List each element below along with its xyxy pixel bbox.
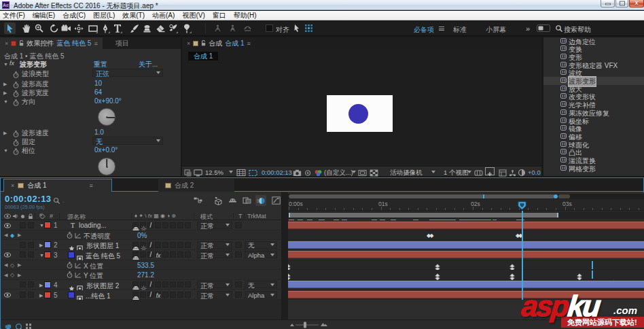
search-help-icon[interactable]: [553, 22, 565, 34]
solo-switch[interactable]: [20, 281, 26, 288]
camera-tool-icon[interactable]: [60, 22, 72, 34]
solid-color-swatch[interactable]: [68, 292, 75, 298]
workspace-1[interactable]: 必备项: [414, 25, 434, 35]
quality-switch-icon[interactable]: /: [147, 242, 154, 249]
reset-link[interactable]: 重置: [94, 60, 107, 69]
clone-stamp-tool-icon[interactable]: [141, 22, 153, 34]
switch-cell[interactable]: [140, 252, 146, 258]
menu-item-5[interactable]: 动画(A): [149, 11, 177, 20]
effect-item[interactable]: 变换: [543, 45, 644, 53]
switch-cell[interactable]: [177, 222, 183, 228]
switch-cell[interactable]: [177, 252, 183, 258]
effect-item[interactable]: 放大: [543, 84, 644, 92]
property-value[interactable]: 0x+90.0°: [94, 97, 122, 105]
close-icon[interactable]: ×: [187, 40, 190, 47]
rotate-tool-icon[interactable]: [48, 22, 60, 34]
track-layer-row[interactable]: [288, 250, 644, 260]
property-value[interactable]: 1.0: [94, 128, 104, 136]
effect-item[interactable]: 改变形状: [543, 92, 644, 101]
selection-tool-icon[interactable]: [4, 22, 16, 34]
next-keyframe-icon[interactable]: ▶: [18, 273, 21, 278]
switch-cell[interactable]: [185, 252, 191, 258]
workspace-3[interactable]: 小屏幕: [486, 25, 506, 35]
track-property-row[interactable]: ◆◆◆◆: [288, 230, 644, 241]
motion-blur-icon[interactable]: [255, 195, 266, 206]
tab-composition[interactable]: × 合成 合成 1 ≡: [182, 37, 255, 49]
preserve-transparency-switch[interactable]: [235, 292, 242, 298]
composition-view-tab[interactable]: 合成 1: [188, 52, 218, 60]
tab-effect-controls[interactable]: × 效果控件 蓝色 纯色 5 ≡: [0, 37, 103, 49]
snap-grid-icon[interactable]: [303, 22, 315, 34]
property-row[interactable]: ◀◇▶X 位置533.5: [1, 260, 281, 271]
puppet-starch-tool-icon[interactable]: [227, 22, 238, 34]
label-color-swatch[interactable]: [44, 292, 51, 298]
switch-cell[interactable]: [170, 292, 176, 298]
view-camera-value[interactable]: 活动摄像机: [390, 169, 423, 177]
expander-icon[interactable]: ▶: [39, 293, 43, 298]
next-keyframe-icon[interactable]: ▶: [18, 232, 21, 238]
maximize-button[interactable]: [615, 0, 628, 7]
prev-keyframe-icon[interactable]: ◀: [4, 262, 7, 268]
chevron-down-icon[interactable]: [229, 171, 233, 175]
puppet-pin-tool-icon[interactable]: [181, 22, 192, 34]
expander-icon[interactable]: ▼: [3, 62, 8, 67]
effect-item[interactable]: 变形: [543, 52, 644, 60]
layer-duration-bar[interactable]: [288, 241, 644, 249]
switch-cell[interactable]: [177, 281, 183, 288]
menu-item-3[interactable]: 图层(L): [90, 11, 118, 20]
property-row[interactable]: ◀◆▶不透明度0%: [1, 230, 281, 241]
composition-stage[interactable]: [327, 95, 393, 132]
preserve-transparency-switch[interactable]: [235, 242, 242, 248]
time-navigator[interactable]: [288, 194, 644, 199]
time-ruler[interactable]: 0:00s01s02s03s: [288, 199, 644, 211]
minimize-button[interactable]: [601, 0, 615, 7]
property-value[interactable]: 64: [94, 88, 102, 96]
comp-mini-flowchart-icon[interactable]: [192, 195, 203, 206]
label-color-swatch[interactable]: [44, 252, 51, 258]
effect-item[interactable]: 果冻效应修复: [543, 108, 644, 116]
property-value[interactable]: 10: [94, 80, 102, 87]
solid-color-swatch[interactable]: [68, 252, 75, 258]
tab-project[interactable]: 项目: [111, 37, 134, 49]
menu-item-1[interactable]: 编辑(E): [30, 11, 58, 20]
stopwatch-icon[interactable]: [67, 232, 73, 239]
angle-dial[interactable]: [98, 108, 115, 126]
lock-switch[interactable]: [28, 252, 34, 258]
transfer-controls-pane-icon[interactable]: [15, 321, 23, 329]
switch-cell[interactable]: [185, 281, 191, 288]
property-value[interactable]: 271.2: [137, 271, 154, 279]
snap-cursor-icon[interactable]: [291, 22, 302, 34]
type-tool-icon[interactable]: [111, 22, 123, 34]
puppet-overlap-tool-icon[interactable]: [212, 22, 223, 34]
prev-keyframe-icon[interactable]: ◀: [4, 232, 7, 238]
switch-cell[interactable]: [162, 292, 168, 298]
layer-duration-bar[interactable]: [288, 251, 644, 258]
quality-switch-icon[interactable]: /: [147, 281, 154, 288]
keyframe-pair[interactable]: ◆◆: [427, 232, 432, 239]
panel-menu-icon[interactable]: ≡: [94, 40, 97, 47]
effect-item[interactable]: 波形变形: [543, 77, 644, 85]
puppet-pin-depth-tool-icon[interactable]: [242, 22, 253, 34]
switch-cell[interactable]: [155, 242, 161, 248]
comp-timecode[interactable]: 0:00:02:13: [262, 169, 292, 176]
menu-item-2[interactable]: 合成(C): [60, 11, 88, 20]
expander-icon[interactable]: ▶: [39, 283, 43, 288]
keyframe-toggle-icon[interactable]: ◇: [10, 262, 14, 269]
preserve-transparency-switch[interactable]: [235, 252, 242, 258]
in-out-duration-pane-icon[interactable]: [25, 321, 32, 329]
graph-icon[interactable]: [75, 272, 82, 278]
quality-switch-icon[interactable]: /: [147, 252, 154, 258]
solo-switch[interactable]: [20, 242, 26, 248]
menu-item-6[interactable]: 视图(V): [179, 11, 207, 20]
time-navigator-thumb[interactable]: [289, 194, 555, 198]
track-layer-row[interactable]: [288, 240, 644, 250]
graph-icon[interactable]: [75, 262, 82, 269]
pixel-aspect-correction-icon[interactable]: [485, 167, 495, 175]
snapping-checkbox[interactable]: [266, 24, 273, 32]
panel-menu-icon[interactable]: ≡: [90, 182, 93, 189]
expander-icon[interactable]: ▼: [39, 253, 44, 258]
property-value[interactable]: 533.5: [137, 262, 154, 269]
workspace-overflow-chevron[interactable]: »: [526, 24, 530, 33]
lock-switch[interactable]: [28, 292, 34, 298]
timeline-column-track-divider[interactable]: [281, 192, 288, 329]
